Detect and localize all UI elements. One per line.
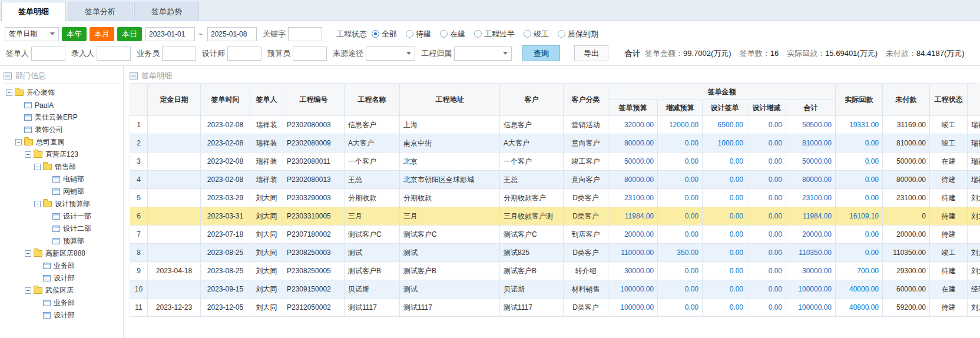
tree-node-预算部[interactable]: 预算部 xyxy=(4,235,123,247)
tab-order-detail[interactable]: 签单明细 xyxy=(1,2,66,21)
tree-node-开心装饰[interactable]: 开心装饰 xyxy=(4,87,123,99)
tree-node-装饰公司[interactable]: 装饰公司 xyxy=(4,124,123,136)
table-row[interactable]: 112023-12-232023-12-05刘大同P2312050002测试11… xyxy=(130,299,980,317)
tree-node-销售部[interactable]: 销售部 xyxy=(4,161,123,173)
tree-node-直营店123[interactable]: 直营店123 xyxy=(4,148,123,161)
table-row[interactable]: 42023-02-08瑞祥装P2302080013王总北京市朝阳区全球影城王总意… xyxy=(130,171,980,189)
tree-node-label: 直营店123 xyxy=(45,150,78,160)
column-header[interactable]: 签单人 xyxy=(250,84,283,116)
column-header[interactable]: 定金日期 xyxy=(148,84,201,116)
column-header[interactable]: 设计签单 xyxy=(703,100,747,116)
table-row[interactable]: 22023-02-08瑞祥装P2302080009A大客户南京中街A大客户意向客… xyxy=(130,134,980,153)
export-button[interactable]: 导出 xyxy=(574,45,608,61)
tree-node-label: 武侯区店 xyxy=(45,286,74,296)
cell: 刘大同 xyxy=(968,262,980,280)
collapse-icon[interactable] xyxy=(25,250,31,257)
tree-node-业务部[interactable]: 业务部 xyxy=(4,297,123,309)
column-header[interactable]: 签单预算 xyxy=(608,100,658,116)
status-option-工程过半[interactable]: 工程过半 xyxy=(474,29,515,39)
column-header[interactable]: 实际回款 xyxy=(836,84,883,116)
table-row[interactable]: 82023-08-25刘大同P2308250003测试测试测试825D类客户11… xyxy=(130,244,980,262)
tree-node-设计部[interactable]: 设计部 xyxy=(4,272,123,284)
column-header[interactable]: 工程状态 xyxy=(930,84,968,116)
status-option-待建[interactable]: 待建 xyxy=(406,29,431,39)
tree-node-高新区店888[interactable]: 高新区店888 xyxy=(4,247,123,260)
column-group-header[interactable]: 签单金额 xyxy=(608,84,836,100)
status-option-全部[interactable]: 全部 xyxy=(372,29,397,39)
this-day-button[interactable]: 本日 xyxy=(117,27,142,41)
query-button[interactable]: 查询 xyxy=(522,45,560,61)
cell: 竣工 xyxy=(930,134,968,153)
filter-panel: 签单日期 本年 本月 本日 ~ 关键字 工程状态 全部待建在建工程过半竣工质保到… xyxy=(0,21,980,66)
filter-field-input-业务员[interactable] xyxy=(162,47,196,61)
cell: 12000.00 xyxy=(658,116,703,134)
app-window: 签单明细 签单分析 签单趋势 签单日期 本年 本月 本日 ~ 关键字 工程状态 … xyxy=(0,0,980,338)
date-to-input[interactable] xyxy=(207,27,257,41)
filter-field-input-预算员[interactable] xyxy=(293,47,327,61)
table-row[interactable]: 92023-04-182023-08-25刘大同P2308250005测试客户B… xyxy=(130,262,980,280)
tab-order-trend[interactable]: 签单趋势 xyxy=(134,2,199,21)
radio-icon xyxy=(474,30,482,38)
filter-field-input-签单人[interactable] xyxy=(31,47,65,61)
this-month-button[interactable]: 本月 xyxy=(90,27,114,41)
column-header[interactable]: 客户 xyxy=(500,84,564,116)
tree-node-美佳云装ERP[interactable]: 美佳云装ERP xyxy=(4,111,123,124)
cell: 10 xyxy=(130,280,148,299)
column-header[interactable]: 工程编号 xyxy=(283,84,345,116)
column-header[interactable]: 签单时间 xyxy=(201,84,250,116)
tree-node-设计一部[interactable]: 设计一部 xyxy=(4,210,123,223)
tree-node-设计预算部[interactable]: 设计预算部 xyxy=(4,198,123,210)
collapse-icon[interactable] xyxy=(25,151,31,158)
filter-field-input-录入人[interactable] xyxy=(97,47,131,61)
filter-field-input-设计师[interactable] xyxy=(227,47,261,61)
cell: 营销活动 xyxy=(564,116,608,134)
tree-node-label: 设计预算部 xyxy=(55,199,90,209)
tree-node-设计二部[interactable]: 设计二部 xyxy=(4,223,123,235)
collapse-icon[interactable] xyxy=(6,90,12,96)
table-row[interactable]: 52023-03-29刘大同P2303290003分期收款分期收款分期收款客户D… xyxy=(130,189,980,207)
column-header[interactable]: 工程地址 xyxy=(400,84,500,116)
date-type-select[interactable]: 签单日期 xyxy=(5,27,59,41)
table-row[interactable]: 32023-02-08瑞祥装P2302080011一个客户北京一个客户竣工客户5… xyxy=(130,153,980,171)
filter-row-2: 签单人录入人业务员设计师预算员 来源途径 工程归属 查询 导出 合计 签单金额：… xyxy=(5,44,975,63)
this-year-button[interactable]: 本年 xyxy=(62,27,87,41)
status-option-质保到期[interactable]: 质保到期 xyxy=(558,29,598,39)
tree-node-label: 电销部 xyxy=(63,174,84,184)
column-header[interactable]: 增减预算 xyxy=(658,100,703,116)
cell: 2023-02-08 xyxy=(201,171,250,189)
keyword-input[interactable] xyxy=(288,27,322,41)
source-select[interactable] xyxy=(366,47,415,61)
column-header[interactable]: 未付款 xyxy=(883,84,930,116)
collapse-icon[interactable] xyxy=(34,201,41,207)
tree-node-业务部[interactable]: 业务部 xyxy=(4,260,123,272)
tree-node-PaulA[interactable]: PaulA xyxy=(4,99,123,111)
column-header[interactable]: 客户分类 xyxy=(564,84,608,116)
tree-node-网销部[interactable]: 网销部 xyxy=(4,185,123,198)
column-header[interactable]: 工程名称 xyxy=(345,84,400,116)
tree-node-总司直属[interactable]: 总司直属 xyxy=(4,136,123,148)
status-option-竣工[interactable]: 竣工 xyxy=(524,29,549,39)
column-header[interactable]: 设计增减 xyxy=(747,100,786,116)
date-from-input[interactable] xyxy=(145,27,195,41)
folder-icon xyxy=(24,139,33,145)
status-option-在建[interactable]: 在建 xyxy=(440,29,465,39)
belong-select[interactable] xyxy=(454,47,512,61)
tab-order-analysis[interactable]: 签单分析 xyxy=(68,2,133,21)
cell: 59200.00 xyxy=(883,299,930,317)
table-row[interactable]: 102023-09-15刘大同P2309150002贝诺斯测试贝诺斯材料销售10… xyxy=(130,280,980,299)
collapse-icon[interactable] xyxy=(34,164,41,170)
column-header[interactable] xyxy=(130,84,148,116)
tree-node-设计部[interactable]: 设计部 xyxy=(4,309,123,322)
collapse-icon[interactable] xyxy=(15,139,22,145)
collapse-icon[interactable] xyxy=(25,287,31,294)
column-header[interactable]: 合计 xyxy=(786,100,836,116)
column-header[interactable]: 业务员 xyxy=(968,84,980,116)
table-row[interactable]: 72023-07-18刘大同P2307180002测试客户C测试客户C测试客户C… xyxy=(130,226,980,244)
table-row[interactable]: 12023-02-08瑞祥装P2302080003信息客户上海信息客户营销活动3… xyxy=(130,116,980,134)
cell: 0.00 xyxy=(836,226,883,244)
table-row[interactable]: 62023-03-31刘大同P2303310005三月三月三月收款客户测D类客户… xyxy=(130,207,980,226)
tree-node-电销部[interactable]: 电销部 xyxy=(4,173,123,185)
tree-node-武侯区店[interactable]: 武侯区店 xyxy=(4,284,123,297)
cell: 80000.00 xyxy=(608,171,658,189)
cell: 0.00 xyxy=(747,189,786,207)
